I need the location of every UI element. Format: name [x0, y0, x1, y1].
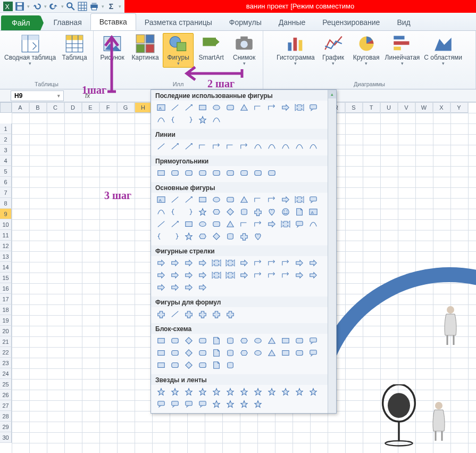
shape-arrowL[interactable]: [182, 141, 195, 152]
shape-star[interactable]: [265, 386, 278, 398]
shape-rarrow[interactable]: [154, 257, 168, 269]
shape-elbow[interactable]: [251, 194, 264, 205]
shape-rrect[interactable]: [265, 167, 278, 179]
shape-rarrow[interactable]: [237, 269, 250, 281]
shape-callout[interactable]: [306, 347, 320, 359]
shape-star[interactable]: [182, 230, 195, 242]
shape-rrect[interactable]: [223, 167, 237, 179]
shape-rarrow[interactable]: [237, 257, 250, 269]
shape-tri[interactable]: [265, 335, 278, 347]
shape-rarrow[interactable]: [293, 257, 306, 269]
shape-diamond[interactable]: [210, 230, 223, 242]
shape-curve[interactable]: [154, 206, 168, 218]
shape-star[interactable]: [293, 386, 306, 398]
select-all-corner[interactable]: [0, 102, 12, 113]
row-header[interactable]: 6: [0, 177, 12, 187]
shape-plus[interactable]: [251, 206, 264, 218]
shape-elbowA[interactable]: [251, 269, 264, 281]
shape-brace2[interactable]: [182, 206, 195, 218]
row-header[interactable]: 28: [0, 411, 12, 422]
shape-heart[interactable]: [251, 230, 264, 242]
shape-rrect[interactable]: [168, 167, 181, 179]
shape-rrect[interactable]: [251, 167, 264, 179]
shape-rarrow[interactable]: [306, 269, 320, 281]
row-header[interactable]: 23: [0, 358, 12, 368]
shape-lineD[interactable]: [168, 308, 181, 320]
shape-brace2[interactable]: [168, 230, 181, 242]
shape-rarrow[interactable]: [279, 102, 292, 113]
shape-rarrow[interactable]: [154, 269, 168, 281]
redo-icon[interactable]: [49, 2, 59, 11]
shape-curve[interactable]: [293, 141, 306, 152]
shape-curve[interactable]: [306, 141, 320, 152]
shape-star[interactable]: [251, 398, 264, 410]
shape-plus[interactable]: [210, 308, 223, 320]
shape-oval[interactable]: [210, 102, 223, 113]
tab-insert[interactable]: Вставка: [90, 13, 136, 30]
shape-rarrow[interactable]: [196, 282, 209, 293]
tab-layout[interactable]: Разметка страницы: [136, 14, 221, 30]
shape-elbowA[interactable]: [210, 141, 223, 152]
shape-tri[interactable]: [223, 218, 237, 230]
tab-data[interactable]: Данные: [270, 14, 314, 30]
row-header[interactable]: 18: [0, 304, 12, 315]
shape-darrow[interactable]: [293, 102, 306, 113]
qat-dropdown-icon[interactable]: ▾: [27, 4, 30, 9]
shape-brace2[interactable]: [182, 114, 195, 126]
row-header[interactable]: 24: [0, 368, 12, 379]
shape-textbox[interactable]: A: [306, 206, 320, 218]
shape-rarrow[interactable]: [182, 282, 195, 293]
shape-cyl[interactable]: [223, 335, 237, 347]
shape-doc[interactable]: [210, 347, 223, 359]
sum-icon[interactable]: Σ: [106, 2, 116, 11]
shape-darrow[interactable]: [210, 257, 223, 269]
shape-elbowA[interactable]: [279, 257, 292, 269]
shape-rarrow[interactable]: [306, 257, 320, 269]
shape-elbowA[interactable]: [279, 269, 292, 281]
shape-rect[interactable]: [154, 167, 168, 179]
shapes-scrollbar[interactable]: ▴: [328, 90, 336, 413]
shape-diamond[interactable]: [223, 206, 237, 218]
shape-star[interactable]: [237, 386, 250, 398]
tab-review[interactable]: Рецензирование: [314, 14, 388, 30]
shape-rrect[interactable]: [237, 167, 250, 179]
table-button[interactable]: Таблица: [59, 33, 90, 62]
shape-rarrow[interactable]: [196, 269, 209, 281]
shape-rrect[interactable]: [168, 359, 181, 371]
shape-rrect[interactable]: [293, 347, 306, 359]
shape-elbowA[interactable]: [265, 257, 278, 269]
shape-brace[interactable]: [154, 230, 168, 242]
row-header[interactable]: 7: [0, 187, 12, 198]
shape-rect[interactable]: [279, 347, 292, 359]
shape-plus[interactable]: [154, 308, 168, 320]
shape-rarrow[interactable]: [265, 218, 278, 230]
pivot-table-button[interactable]: Сводная таблица▾: [3, 33, 57, 68]
shape-rrect[interactable]: [168, 335, 181, 347]
shape-curve[interactable]: [279, 141, 292, 152]
shape-rrect[interactable]: [168, 347, 181, 359]
shape-rarrow[interactable]: [168, 269, 181, 281]
row-header[interactable]: 20: [0, 326, 12, 336]
row-header[interactable]: 25: [0, 379, 12, 390]
shape-curve[interactable]: [306, 218, 320, 230]
shape-callout[interactable]: [293, 218, 306, 230]
shape-lineD[interactable]: [168, 102, 181, 113]
shape-diamond[interactable]: [182, 359, 195, 371]
pie-chart-button[interactable]: Круговая▾: [351, 33, 382, 68]
shape-tri[interactable]: [265, 347, 278, 359]
shape-rarrow[interactable]: [168, 257, 181, 269]
shape-darrow[interactable]: [223, 257, 237, 269]
row-header[interactable]: 10: [0, 219, 12, 230]
shape-oval[interactable]: [196, 218, 209, 230]
tab-formulas[interactable]: Формулы: [221, 14, 270, 30]
shape-rrect[interactable]: [293, 335, 306, 347]
shape-cyl[interactable]: [237, 206, 250, 218]
shape-star[interactable]: [279, 386, 292, 398]
fx-icon[interactable]: fx: [85, 92, 90, 100]
shape-callout[interactable]: [306, 194, 320, 205]
shape-star[interactable]: [306, 386, 320, 398]
shape-rect[interactable]: [154, 335, 168, 347]
shape-doc[interactable]: [210, 359, 223, 371]
shape-elbowA[interactable]: [251, 257, 264, 269]
preview-icon[interactable]: [66, 2, 76, 11]
